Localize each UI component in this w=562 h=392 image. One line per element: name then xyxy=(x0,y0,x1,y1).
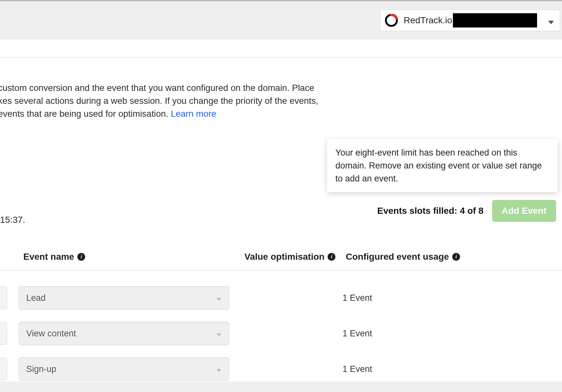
header-event-name: Event name xyxy=(23,252,85,262)
table-header: Event name Value optimisation Configured… xyxy=(0,244,562,270)
header-label: Configured event usage xyxy=(346,252,449,262)
account-selector[interactable]: RedTrack.io xyxy=(380,10,560,31)
event-name-select[interactable]: View content xyxy=(19,322,229,345)
learn-more-link[interactable]: Learn more xyxy=(171,109,217,119)
redtrack-icon xyxy=(385,14,398,27)
topbar: RedTrack.io xyxy=(0,1,562,39)
slots-filled-label: Events slots filled: 4 of 8 xyxy=(377,206,483,216)
drag-handle[interactable] xyxy=(0,322,7,345)
drag-handle[interactable] xyxy=(0,358,7,380)
description-line: events that are being used for optimisat… xyxy=(0,109,171,119)
event-name-select[interactable]: Lead xyxy=(19,286,229,310)
select-value: Sign-up xyxy=(26,364,56,374)
timestamp: 15:37. xyxy=(0,215,25,225)
sub-toolbar xyxy=(0,39,562,58)
table-row: Lead1 Event xyxy=(0,280,562,316)
header-configured-usage: Configured event usage xyxy=(346,252,460,262)
usage-cell: 1 Event xyxy=(343,293,372,303)
account-redacted xyxy=(453,13,537,27)
description-text: custom conversion and the event that you… xyxy=(0,58,338,120)
tooltip-text: Your eight-event limit has been reached … xyxy=(335,148,542,183)
usage-cell: 1 Event xyxy=(343,329,372,339)
page: RedTrack.io custom conversion and the ev… xyxy=(0,0,562,392)
footer-strip xyxy=(0,382,562,392)
chevron-down-icon xyxy=(217,364,221,374)
chevron-down-icon xyxy=(548,20,554,26)
table-rows: Lead1 EventView content1 EventSign-up1 E… xyxy=(0,280,562,392)
event-name-select[interactable]: Sign-up xyxy=(19,357,229,381)
add-event-button[interactable]: Add Event xyxy=(492,200,556,222)
drag-handle[interactable] xyxy=(0,287,7,309)
limit-tooltip: Your eight-event limit has been reached … xyxy=(327,139,558,192)
select-value: View content xyxy=(26,329,76,339)
select-value: Lead xyxy=(26,293,46,303)
usage-cell: 1 Event xyxy=(343,364,372,374)
description-line: kes several actions during a web session… xyxy=(0,96,318,106)
chevron-down-icon xyxy=(217,329,221,339)
header-label: Value optimisation xyxy=(244,252,324,262)
header-value-optimisation: Value optimisation xyxy=(244,252,335,262)
info-icon[interactable] xyxy=(452,253,460,261)
chevron-down-icon xyxy=(217,293,221,303)
description-line: custom conversion and the event that you… xyxy=(0,83,314,93)
account-name: RedTrack.io xyxy=(404,15,452,26)
table-row: View content1 Event xyxy=(0,316,562,351)
slots-row: Events slots filled: 4 of 8 Add Event xyxy=(377,200,556,222)
info-icon[interactable] xyxy=(77,253,85,261)
header-label: Event name xyxy=(23,252,74,262)
info-icon[interactable] xyxy=(328,253,335,261)
content: custom conversion and the event that you… xyxy=(0,58,562,120)
